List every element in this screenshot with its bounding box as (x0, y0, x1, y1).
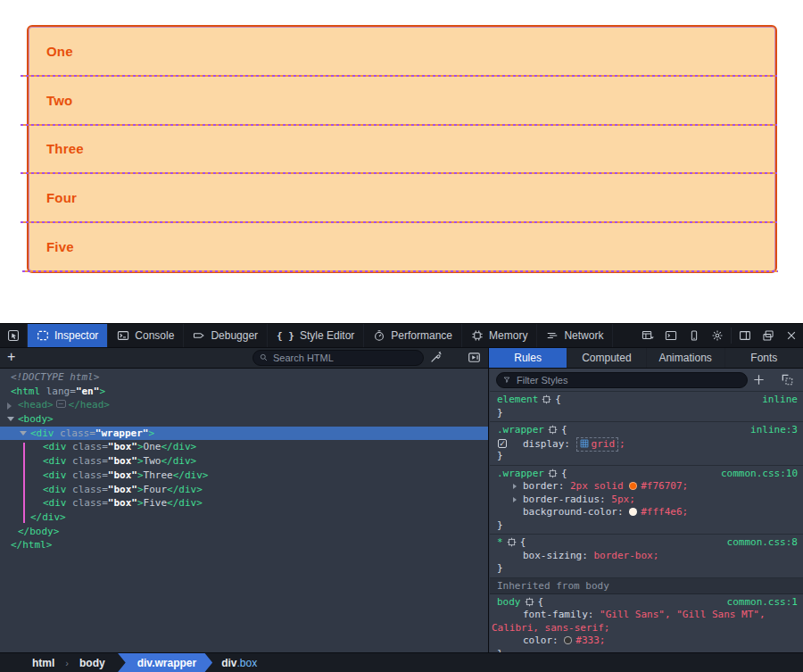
filter-icon (502, 375, 512, 385)
markup-line[interactable]: <html lang="en"> (0, 385, 488, 399)
separate-window-icon[interactable] (757, 324, 780, 347)
breadcrumb-item-div[interactable]: div.box (212, 657, 266, 669)
token-txt: Three (144, 469, 173, 481)
rendered-page: OneTwoThreeFourFive (0, 0, 803, 323)
markup-line[interactable]: <body> (0, 412, 488, 427)
property-name[interactable]: border-radius: (523, 494, 611, 505)
css-declaration[interactable]: border-radius: 5px; (490, 494, 803, 507)
eyedropper-icon[interactable] (429, 351, 443, 367)
markup-line[interactable]: </html> (0, 538, 488, 552)
markup-line[interactable]: <div class="box">Three</div> (0, 469, 488, 483)
tab-console[interactable]: Console (108, 324, 184, 347)
css-declaration[interactable]: color: #333; (490, 635, 803, 648)
stylesheet-location[interactable]: common.css:10 (721, 468, 798, 481)
tab-label: Performance (391, 329, 452, 342)
open-brace: { (520, 536, 526, 548)
property-name[interactable]: box-sizing: (523, 550, 593, 561)
token-attr: class= (67, 484, 108, 495)
declaration-checkbox[interactable]: ✓ (498, 439, 507, 448)
property-value[interactable]: border-box (593, 550, 652, 561)
markup-line[interactable]: </body> (0, 525, 488, 539)
stylesheet-location[interactable]: inline (762, 394, 798, 407)
markup-line[interactable]: <div class="box">Five</div> (0, 496, 488, 510)
tab-label: Style Editor (300, 329, 354, 342)
css-declaration[interactable]: border: 2px solid #f76707; (490, 480, 803, 494)
tab-memory[interactable]: Memory (462, 324, 537, 347)
css-declaration[interactable]: font-family: "Gill Sans", "Gill Sans MT"… (490, 609, 803, 622)
property-value[interactable]: #fff4e6 (641, 506, 682, 518)
css-declaration[interactable]: box-sizing: border-box; (490, 550, 803, 563)
breadcrumb-item-html[interactable]: html (23, 657, 63, 669)
rules-view: element{inline}.wrapper{inline:3✓display… (490, 369, 803, 655)
add-node-button[interactable]: + (7, 349, 15, 365)
expand-right-icon[interactable] (7, 402, 12, 410)
property-name[interactable]: border: (523, 480, 570, 492)
markup-line[interactable]: <div class="box">Four</div> (0, 483, 488, 497)
markup-line[interactable]: </div> (0, 510, 488, 525)
property-name[interactable]: display: (523, 438, 576, 450)
css-declaration[interactable]: background-color: #fff4e6; (490, 506, 803, 519)
settings-icon[interactable] (706, 324, 729, 347)
expand-declaration-icon[interactable] (513, 484, 517, 489)
color-swatch[interactable] (629, 508, 637, 516)
media-play-icon[interactable] (468, 351, 481, 367)
markup-line-selected[interactable]: <div class="wrapper"> (0, 427, 488, 441)
property-value[interactable]: 2px solid (570, 480, 629, 492)
color-swatch[interactable] (629, 482, 637, 490)
expand-declaration-icon[interactable] (513, 497, 517, 502)
property-value[interactable]: grid (592, 438, 616, 450)
search-html-input[interactable] (252, 350, 424, 366)
property-value[interactable]: #f76707 (641, 480, 682, 492)
breadcrumb-item-body[interactable]: body (70, 657, 114, 669)
token-txt: Five (144, 497, 168, 509)
expand-down-icon[interactable] (20, 431, 27, 436)
tab-inspector[interactable]: Inspector (28, 324, 108, 347)
dock-side-icon[interactable] (733, 324, 757, 347)
tab-style-editor[interactable]: { }Style Editor (268, 324, 364, 347)
rule-selector[interactable]: * (497, 536, 503, 548)
stylesheet-location[interactable]: common.css:8 (727, 536, 798, 550)
token-tag: > (137, 469, 144, 481)
sidebar-tab-fonts[interactable]: Fonts (725, 348, 803, 368)
sidebar-tab-computed[interactable]: Computed (567, 348, 646, 368)
token-tag: </div> (167, 484, 203, 495)
split-console-icon[interactable] (659, 324, 683, 347)
stylesheet-location[interactable]: inline:3 (750, 424, 798, 437)
pseudo-classes-button[interactable] (781, 373, 794, 389)
markup-line[interactable]: <head>⋯</head> (0, 398, 488, 412)
tab-performance[interactable]: Performance (364, 324, 462, 347)
tab-label: Console (135, 329, 174, 342)
token-tag: </div> (30, 511, 66, 523)
color-swatch[interactable] (564, 636, 572, 644)
expand-down-icon[interactable] (7, 417, 14, 421)
responsive-mode-icon[interactable] (683, 324, 706, 347)
property-value[interactable]: #333 (575, 635, 600, 646)
css-declaration[interactable]: ✓display: grid; (490, 437, 803, 451)
rule-selector[interactable]: .wrapper (497, 468, 544, 479)
tab-debugger[interactable]: Debugger (184, 324, 268, 347)
rule-selector[interactable]: .wrapper (497, 424, 544, 436)
tab-network[interactable]: Network (537, 324, 613, 347)
stylesheet-location[interactable]: common.css:1 (727, 596, 798, 610)
add-rule-button[interactable] (752, 373, 766, 389)
close-icon[interactable] (780, 324, 803, 347)
sidebar-tab-animations[interactable]: Animations (647, 348, 725, 368)
node-picker-icon[interactable] (0, 324, 28, 347)
property-name[interactable]: background-color: (523, 506, 629, 518)
property-value[interactable]: Calibri, sans-serif; (492, 622, 609, 634)
rule-selector[interactable]: body (497, 596, 521, 608)
semicolon: ; (600, 635, 606, 646)
markup-line[interactable]: <div class="box">One</div> (0, 440, 488, 454)
breadcrumb-item-div-wrapper[interactable]: div.wrapper (118, 653, 212, 672)
rule-selector[interactable]: element (497, 394, 538, 405)
markup-line[interactable]: <div class="box">Two</div> (0, 454, 488, 469)
property-name[interactable]: color: (523, 635, 564, 646)
sidebar-tab-rules[interactable]: Rules (489, 348, 567, 368)
markup-line[interactable]: <!DOCTYPE html> (0, 370, 488, 385)
property-value[interactable]: "Gill Sans", "Gill Sans MT", (600, 609, 765, 620)
property-value[interactable]: 5px (611, 494, 629, 505)
property-name[interactable]: font-family: (523, 609, 600, 620)
iframe-select-icon[interactable] (636, 324, 659, 347)
filter-styles-input[interactable] (496, 372, 748, 388)
token-tag: <div (43, 484, 67, 495)
